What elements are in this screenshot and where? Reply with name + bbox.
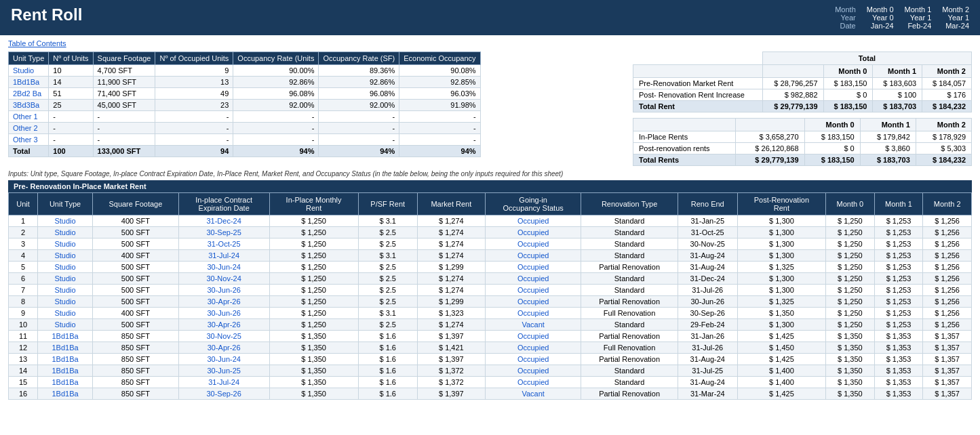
col-unit-type: Unit Type: [9, 52, 49, 65]
detail-cell: Occupied: [485, 308, 581, 319]
detail-cell: Occupied: [485, 342, 581, 354]
detail-cell: $ 1,250: [826, 215, 875, 227]
summary2-cell: $ 183,150: [804, 131, 860, 143]
detail-cell: Occupied: [485, 239, 581, 250]
detail-cell: Standard: [581, 227, 678, 239]
sum1-col-m0: Month 0: [823, 65, 873, 78]
unit-cell: -: [93, 111, 155, 123]
detail-cell: 15: [9, 377, 38, 388]
detail-cell: $ 1,357: [923, 354, 972, 365]
detail-cell: 31-Aug-24: [678, 262, 737, 273]
detail-cell: $ 1,353: [874, 354, 923, 365]
detail-cell: 500 SFT: [92, 239, 178, 250]
dh-psf-rent: P/SF Rent: [358, 193, 417, 215]
detail-cell: $ 1,250: [826, 262, 875, 273]
detail-cell: $ 1,350: [269, 342, 358, 354]
unit-cell: -: [93, 134, 155, 146]
main-content: Table of Contents Unit Type Nº of Units …: [0, 35, 980, 404]
detail-cell: $ 1,300: [737, 239, 825, 250]
detail-cell: $ 1,353: [874, 342, 923, 354]
detail-cell: Full Renovation: [581, 308, 678, 319]
detail-cell: $ 1,357: [923, 377, 972, 388]
detail-cell: 30-Sep-26: [678, 308, 737, 319]
unit-cell: 92.86%: [319, 77, 399, 88]
detail-cell: 1Bd1Ba: [38, 365, 93, 377]
unit-cell: 92.00%: [319, 100, 399, 111]
detail-cell: $ 1.6: [358, 354, 417, 365]
unit-cell: 4,700 SFT: [93, 65, 155, 77]
detail-cell: $ 2.5: [358, 262, 417, 273]
inputs-note: Inputs: Unit type, Square Footage, In-pl…: [8, 170, 972, 178]
detail-cell: $ 1,250: [269, 296, 358, 308]
sum2-col-m2: Month 2: [916, 119, 971, 131]
unit-cell: -: [49, 111, 93, 123]
detail-cell: $ 1,300: [737, 215, 825, 227]
summary1-cell: $ 183,150: [823, 101, 873, 112]
detail-cell: 30-Jun-24: [178, 262, 269, 273]
sum1-col-m2: Month 2: [922, 65, 972, 78]
detail-cell: Occupied: [485, 365, 581, 377]
detail-cell: 9: [9, 308, 38, 319]
detail-cell: 500 SFT: [92, 273, 178, 285]
detail-cell: $ 1,253: [874, 262, 923, 273]
page-title: Rent Roll: [11, 5, 82, 24]
unit-cell: 94: [155, 146, 233, 157]
detail-cell: $ 3.1: [358, 250, 417, 262]
summary1-cell: $ 184,232: [922, 101, 972, 112]
header-month0: Month 0: [867, 5, 894, 14]
detail-cell: $ 1,372: [417, 377, 485, 388]
detail-cell: 31-Jul-24: [178, 250, 269, 262]
dh-m1: Month 1: [874, 193, 923, 215]
unit-cell: 92.86%: [233, 77, 319, 88]
detail-cell: $ 1,250: [826, 239, 875, 250]
dh-exp-date: In-place ContractExpiration Date: [178, 193, 269, 215]
dh-reno-type: Renovation Type: [581, 193, 678, 215]
detail-cell: $ 1,250: [269, 308, 358, 319]
detail-cell: $ 1,400: [737, 377, 825, 388]
detail-cell: 1Bd1Ba: [38, 354, 93, 365]
detail-cell: $ 1,353: [874, 331, 923, 342]
detail-cell: $ 1,250: [826, 285, 875, 296]
detail-cell: $ 1,350: [269, 377, 358, 388]
top-section: Unit Type Nº of Units Square Footage Nº …: [8, 51, 972, 166]
detail-cell: 30-Jun-24: [178, 354, 269, 365]
detail-cell: $ 1,300: [737, 250, 825, 262]
summary1-cell: $ 982,882: [762, 89, 823, 101]
detail-cell: 30-Jun-26: [678, 296, 737, 308]
unit-cell: 49: [155, 88, 233, 100]
unit-cell: 2Bd2 Ba: [9, 88, 49, 100]
detail-cell: Full Renovation: [581, 342, 678, 354]
unit-cell: Total: [9, 146, 49, 157]
detail-cell: Occupied: [485, 377, 581, 388]
summary1-cell: $ 184,057: [922, 78, 972, 89]
summary2-cell: $ 0: [804, 143, 860, 154]
dh-monthly-rent: In-Place MonthlyRent: [269, 193, 358, 215]
detail-cell: 14: [9, 365, 38, 377]
unit-cell: -: [233, 123, 319, 134]
detail-cell: Standard: [581, 215, 678, 227]
detail-cell: 3: [9, 239, 38, 250]
detail-cell: $ 1,274: [417, 319, 485, 331]
sum2-col-m0: Month 0: [804, 119, 860, 131]
detail-cell: 8: [9, 296, 38, 308]
detail-cell: Standard: [581, 285, 678, 296]
detail-cell: 850 SFT: [92, 365, 178, 377]
detail-cell: $ 2.5: [358, 273, 417, 285]
detail-cell: $ 1,372: [417, 365, 485, 377]
summary-table-1: Total Month 0 Month 1 Month 2 Pre-Renova…: [633, 51, 972, 112]
dh-unit-type: Unit Type: [38, 193, 93, 215]
unit-cell: 94%: [233, 146, 319, 157]
detail-cell: $ 1,250: [826, 227, 875, 239]
detail-cell: 1Bd1Ba: [38, 342, 93, 354]
header-date2: Mar-24: [942, 22, 969, 30]
detail-cell: $ 1.6: [358, 342, 417, 354]
detail-cell: 12: [9, 342, 38, 354]
unit-cell: 90.00%: [233, 65, 319, 77]
detail-cell: 2: [9, 227, 38, 239]
detail-cell: Partial Renovation: [581, 331, 678, 342]
toc-link[interactable]: Table of Contents: [8, 39, 66, 47]
unit-cell: 89.36%: [319, 65, 399, 77]
unit-cell: -: [399, 111, 480, 123]
sum2-col-m1: Month 1: [860, 119, 916, 131]
detail-cell: Vacant: [485, 388, 581, 400]
